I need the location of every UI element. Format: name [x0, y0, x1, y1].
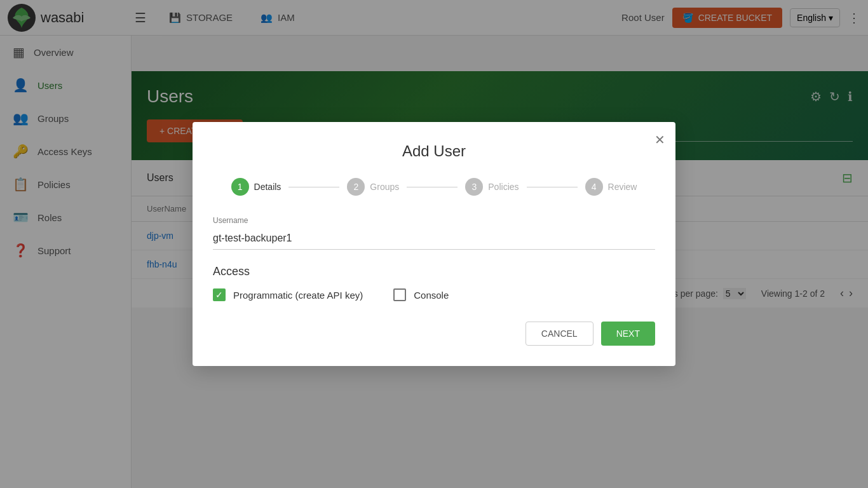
next-button[interactable]: NEXT	[601, 322, 655, 346]
modal-overlay: ✕ Add User 1 Details 2 Groups 3 Policies…	[0, 0, 868, 488]
step-review: 4 Review	[585, 178, 637, 196]
console-access-checkbox[interactable]: Console	[393, 288, 449, 301]
add-user-dialog: ✕ Add User 1 Details 2 Groups 3 Policies…	[193, 122, 675, 366]
step-2-circle: 2	[347, 178, 365, 196]
dialog-title: Add User	[213, 142, 655, 160]
username-label: Username	[213, 216, 655, 225]
step-3-label: Policies	[488, 182, 519, 192]
access-section: Access ✓ Programmatic (create API key) C…	[213, 265, 655, 301]
step-1-label: Details	[254, 182, 281, 192]
step-line-1	[288, 187, 339, 187]
checkbox-unchecked-icon	[393, 288, 406, 301]
step-4-label: Review	[608, 182, 637, 192]
step-line-3	[527, 187, 578, 187]
console-label: Console	[414, 290, 449, 301]
step-2-label: Groups	[370, 182, 399, 192]
dialog-actions: CANCEL NEXT	[213, 322, 655, 346]
username-input[interactable]	[213, 227, 655, 250]
username-field-group: Username	[213, 216, 655, 250]
step-4-circle: 4	[585, 178, 603, 196]
step-details: 1 Details	[231, 178, 281, 196]
access-options: ✓ Programmatic (create API key) Console	[213, 288, 655, 301]
step-1-circle: 1	[231, 178, 249, 196]
step-3-circle: 3	[465, 178, 483, 196]
cancel-button[interactable]: CANCEL	[526, 322, 593, 346]
step-policies: 3 Policies	[465, 178, 519, 196]
programmatic-access-checkbox[interactable]: ✓ Programmatic (create API key)	[213, 288, 363, 301]
close-icon[interactable]: ✕	[654, 132, 665, 147]
programmatic-label: Programmatic (create API key)	[233, 290, 363, 301]
access-title: Access	[213, 265, 655, 278]
step-groups: 2 Groups	[347, 178, 399, 196]
stepper: 1 Details 2 Groups 3 Policies 4 Review	[213, 178, 655, 196]
checkbox-checked-icon: ✓	[213, 288, 226, 301]
step-line-2	[407, 187, 458, 187]
